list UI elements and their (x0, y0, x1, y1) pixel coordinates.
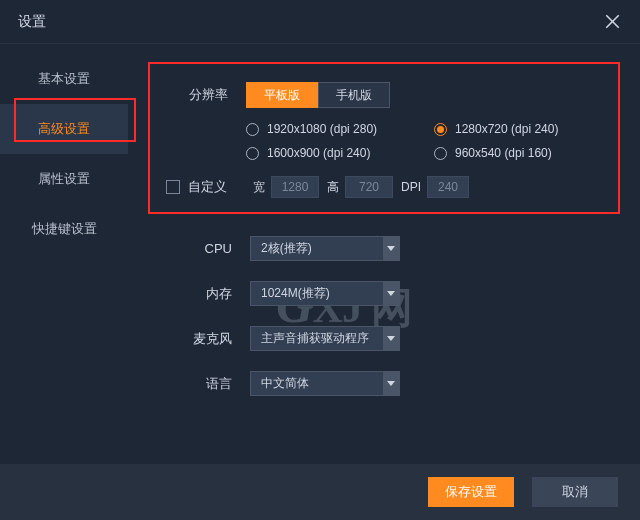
height-label: 高 (327, 179, 339, 196)
resolution-option-960[interactable]: 960x540 (dpi 160) (434, 146, 602, 160)
window-title: 设置 (18, 13, 46, 31)
width-label: 宽 (253, 179, 265, 196)
lang-label: 语言 (172, 375, 232, 393)
chevron-down-icon (383, 282, 399, 305)
dpi-label: DPI (401, 180, 421, 194)
close-icon[interactable] (602, 12, 622, 32)
height-input[interactable] (345, 176, 393, 198)
chevron-down-icon (383, 327, 399, 350)
custom-checkbox[interactable] (166, 180, 180, 194)
resolution-option-label: 1600x900 (dpi 240) (267, 146, 370, 160)
resolution-option-label: 1280x720 (dpi 240) (455, 122, 558, 136)
radio-icon (434, 123, 447, 136)
radio-icon (246, 147, 259, 160)
svg-marker-3 (387, 291, 395, 296)
cpu-select[interactable]: 2核(推荐) (250, 236, 400, 261)
sidebar-item-hotkeys[interactable]: 快捷键设置 (0, 204, 128, 254)
save-button[interactable]: 保存设置 (428, 477, 514, 507)
memory-label: 内存 (172, 285, 232, 303)
mic-value: 主声音捕获驱动程序 (261, 330, 369, 347)
dpi-input[interactable] (427, 176, 469, 198)
memory-value: 1024M(推荐) (261, 285, 330, 302)
svg-marker-4 (387, 336, 395, 341)
width-input[interactable] (271, 176, 319, 198)
sidebar-item-properties[interactable]: 属性设置 (0, 154, 128, 204)
resolution-option-label: 960x540 (dpi 160) (455, 146, 552, 160)
radio-icon (246, 123, 259, 136)
cpu-label: CPU (172, 241, 232, 256)
chevron-down-icon (383, 237, 399, 260)
chevron-down-icon (383, 372, 399, 395)
resolution-option-1600[interactable]: 1600x900 (dpi 240) (246, 146, 414, 160)
resolution-panel: 分辨率 平板版 手机版 1920x1080 (dpi 280) 1280x720… (148, 62, 620, 214)
cpu-value: 2核(推荐) (261, 240, 312, 257)
resolution-option-1920[interactable]: 1920x1080 (dpi 280) (246, 122, 414, 136)
mic-select[interactable]: 主声音捕获驱动程序 (250, 326, 400, 351)
mode-tablet-button[interactable]: 平板版 (246, 82, 318, 108)
lang-select[interactable]: 中文简体 (250, 371, 400, 396)
mode-phone-button[interactable]: 手机版 (318, 82, 390, 108)
resolution-option-1280[interactable]: 1280x720 (dpi 240) (434, 122, 602, 136)
sidebar-item-advanced[interactable]: 高级设置 (0, 104, 128, 154)
cancel-button[interactable]: 取消 (532, 477, 618, 507)
svg-marker-5 (387, 381, 395, 386)
custom-label: 自定义 (188, 178, 227, 196)
memory-select[interactable]: 1024M(推荐) (250, 281, 400, 306)
lang-value: 中文简体 (261, 375, 309, 392)
sidebar: 基本设置 高级设置 属性设置 快捷键设置 (0, 44, 128, 464)
resolution-label: 分辨率 (166, 86, 228, 104)
sidebar-item-basic[interactable]: 基本设置 (0, 54, 128, 104)
resolution-option-label: 1920x1080 (dpi 280) (267, 122, 377, 136)
mic-label: 麦克风 (172, 330, 232, 348)
radio-icon (434, 147, 447, 160)
svg-marker-2 (387, 246, 395, 251)
footer: 保存设置 取消 (0, 464, 640, 520)
